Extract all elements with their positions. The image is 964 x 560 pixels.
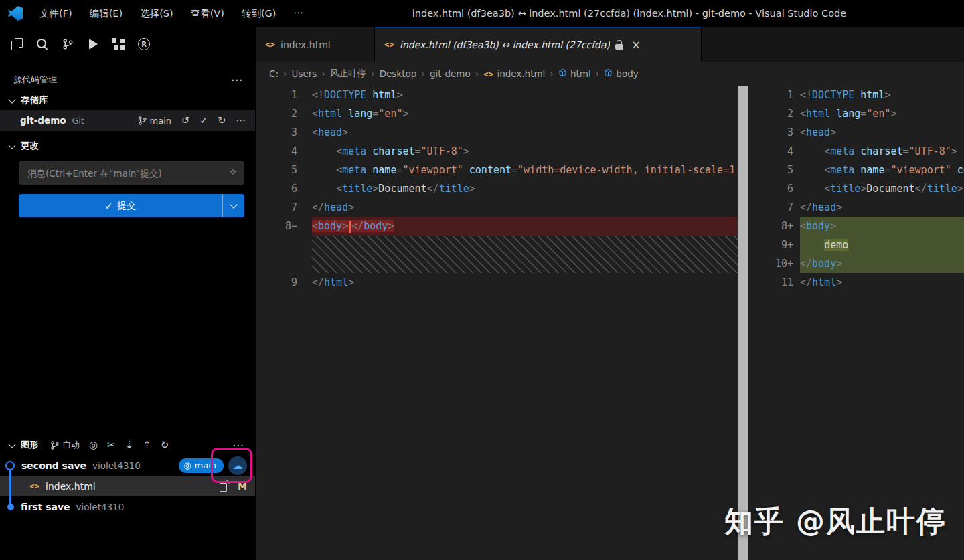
explorer-icon[interactable] — [5, 31, 28, 57]
code-text[interactable]: <meta charset="UTF-8"> — [312, 142, 738, 161]
line-number: 5 — [748, 161, 800, 179]
publish-cloud-icon[interactable]: ☁ — [228, 456, 247, 475]
search-icon[interactable] — [31, 31, 54, 57]
menu-view[interactable]: 查看(V) — [183, 5, 232, 23]
extensions-icon[interactable] — [107, 31, 130, 57]
code-text[interactable]: </head> — [312, 198, 738, 217]
source-control-icon[interactable] — [56, 31, 79, 57]
repo-row[interactable]: git-demo Git main ↺ ✓ ↻ ⋯ — [0, 110, 255, 131]
menu-file[interactable]: 文件(F) — [32, 5, 80, 23]
graph-auto-label: 自动 — [62, 439, 80, 451]
code-text[interactable]: <html lang="en"> — [312, 104, 738, 123]
section-changes[interactable]: 更改 — [0, 136, 255, 155]
diff-filler-row — [256, 236, 738, 273]
branch-badge-main[interactable]: ◎ main — [179, 458, 224, 473]
breadcrumb-separator-icon: › — [550, 68, 554, 79]
graph-refresh-icon[interactable]: ↻ — [161, 439, 169, 451]
breadcrumb-item[interactable]: 风止叶停 — [330, 68, 366, 80]
close-tab-icon[interactable]: × — [631, 38, 641, 52]
hatch-pattern — [312, 236, 738, 273]
menu-edit[interactable]: 编辑(E) — [82, 5, 130, 23]
code-text[interactable]: <title>Document</title> — [800, 179, 964, 198]
breadcrumb-item[interactable]: git-demo — [430, 68, 471, 79]
breadcrumb-separator-icon: › — [321, 68, 325, 79]
breadcrumb-item[interactable]: body — [604, 68, 638, 79]
breadcrumb-item[interactable]: C: — [269, 68, 278, 79]
section-repositories[interactable]: 存储库 — [0, 91, 255, 110]
open-changes-icon[interactable] — [220, 482, 229, 491]
branch-indicator[interactable]: main — [138, 116, 171, 126]
pull-icon[interactable]: ⇣ — [125, 439, 134, 451]
line-number: 1 — [748, 86, 800, 104]
sync-icon[interactable]: ↺ — [181, 115, 189, 126]
commit-row-second-save[interactable]: second save violet4310 ◎ main ☁ — [0, 455, 255, 476]
code-text[interactable]: <meta charset="UTF-8"> — [800, 142, 964, 161]
line-number: 6 — [748, 179, 800, 198]
vscode-logo-icon[interactable] — [8, 6, 23, 21]
remote-icon[interactable]: R — [133, 31, 155, 57]
code-text[interactable]: demo — [800, 236, 964, 254]
cherry-pick-icon[interactable]: ✂ — [107, 439, 116, 451]
commit-file-row[interactable]: <> index.html M — [0, 476, 255, 496]
code-line: 8−<body></body> — [256, 217, 738, 236]
code-text[interactable]: </head> — [800, 198, 964, 217]
code-text[interactable]: <!DOCTYPE html> — [312, 86, 738, 104]
scm-more-icon[interactable]: ⋯ — [231, 73, 243, 86]
push-icon[interactable]: ⇡ — [143, 439, 151, 451]
code-text[interactable]: <head> — [800, 123, 964, 142]
section-repositories-label: 存储库 — [21, 94, 48, 106]
code-line: 2<html lang="en"> — [748, 104, 964, 123]
symbol-cube-icon — [558, 68, 567, 79]
code-line: 4 <meta charset="UTF-8"> — [256, 142, 738, 161]
code-text[interactable]: <head> — [312, 123, 738, 142]
run-debug-icon[interactable] — [82, 31, 104, 57]
graph-edge-line — [9, 466, 11, 506]
tab-label: index.html (df3ea3b) ↔ index.html (27ccf… — [400, 39, 610, 50]
copilot-sparkle-icon[interactable]: ✧ — [229, 167, 237, 177]
code-text[interactable]: <body> — [800, 217, 964, 236]
scrollbar[interactable] — [738, 86, 748, 560]
breadcrumb-item[interactable]: <>index.html — [483, 68, 545, 79]
commit-button[interactable]: ✓ 提交 — [19, 194, 244, 217]
commit-message-input[interactable] — [19, 161, 244, 185]
commit-check-icon[interactable]: ✓ — [199, 115, 208, 126]
tab-index-html[interactable]: <> index.html — [256, 27, 375, 62]
section-graph[interactable]: 图形 — [8, 439, 38, 451]
commit-title: first save — [21, 502, 70, 512]
code-text[interactable]: <meta name="viewport" content="width=dev… — [800, 161, 964, 179]
tab-label: index.html — [280, 39, 331, 50]
commit-row-first-save[interactable]: first save violet4310 — [0, 496, 255, 517]
menu-selection[interactable]: 选择(S) — [133, 5, 181, 23]
scm-panel-title: 源代码管理 — [13, 74, 57, 86]
tab-diff-index-html[interactable]: <> index.html (df3ea3b) ↔ index.html (27… — [375, 27, 702, 62]
code-text[interactable]: <meta name="viewport" content="width=dev… — [312, 161, 738, 179]
code-text[interactable]: </body> — [800, 254, 964, 273]
graph-branch-auto[interactable]: 自动 — [50, 439, 80, 451]
breadcrumb-item[interactable]: html — [558, 68, 591, 79]
section-changes-label: 更改 — [21, 140, 39, 152]
commit-dropdown-button[interactable] — [222, 194, 244, 217]
chevron-down-icon — [8, 141, 15, 149]
graph-more-icon[interactable]: ⋯ — [232, 438, 244, 452]
code-text[interactable]: <title>Document</title> — [312, 179, 738, 198]
code-line: 7</head> — [748, 198, 964, 217]
code-text[interactable]: <body></body> — [312, 217, 738, 236]
code-text[interactable]: </html> — [312, 273, 738, 292]
code-text[interactable]: <html lang="en"> — [800, 104, 964, 123]
breadcrumb-item[interactable]: Desktop — [380, 68, 417, 79]
repo-more-icon[interactable]: ⋯ — [236, 115, 246, 126]
breadcrumb-item[interactable]: Users — [292, 68, 317, 79]
menu-more-icon[interactable]: ⋯ — [286, 5, 311, 23]
code-text[interactable]: </html> — [800, 273, 964, 292]
commit-node-icon — [5, 461, 15, 470]
window-title: index.html (df3ea3b) ↔ index.html (27ccf… — [311, 8, 964, 19]
line-number: 2 — [748, 104, 800, 123]
code-line: 9+ demo — [748, 236, 964, 254]
menu-goto[interactable]: 转到(G) — [234, 5, 284, 23]
refresh-icon[interactable]: ↻ — [218, 115, 226, 126]
code-line: 3<head> — [256, 123, 738, 142]
target-icon[interactable]: ◎ — [89, 439, 98, 451]
check-icon: ✓ — [105, 201, 113, 211]
code-text[interactable]: <!DOCTYPE html> — [800, 86, 964, 104]
line-number: 6 — [256, 179, 312, 198]
